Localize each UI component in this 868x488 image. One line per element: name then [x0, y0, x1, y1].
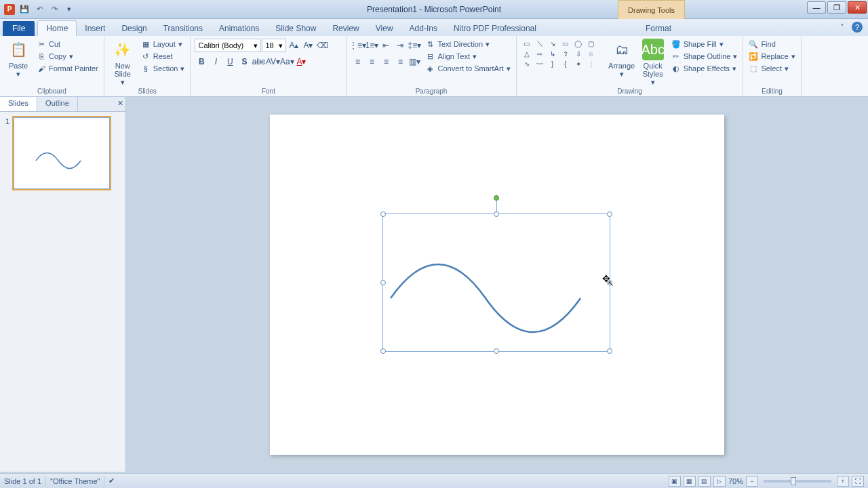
resize-handle-tm[interactable]	[494, 211, 499, 217]
redo-button[interactable]: ↷	[47, 3, 61, 16]
shape-star4[interactable]: ✦	[572, 59, 585, 68]
text-direction-button[interactable]: ⇅Text Direction ▾	[424, 39, 511, 49]
shape-effects-button[interactable]: ◐Shape Effects ▾	[670, 63, 739, 74]
zoom-in-button[interactable]: +	[837, 476, 849, 487]
tab-design[interactable]: Design	[113, 21, 155, 36]
resize-handle-ml[interactable]	[380, 280, 386, 285]
replace-button[interactable]: 🔁Replace ▾	[747, 51, 796, 62]
format-painter-button[interactable]: 🖌Format Painter	[35, 63, 100, 74]
shape-oval[interactable]: ◯	[572, 39, 585, 48]
view-sorter-button[interactable]: ▦	[684, 476, 696, 487]
fit-window-button[interactable]: ⛶	[852, 476, 864, 487]
cut-button[interactable]: ✂Cut	[35, 39, 100, 49]
minimize-ribbon-button[interactable]: ˅	[837, 22, 848, 33]
section-button[interactable]: §Section ▾	[140, 63, 186, 74]
numbering-button[interactable]: 1≡▾	[365, 39, 378, 52]
bold-button[interactable]: B	[195, 55, 208, 68]
decrease-indent-button[interactable]: ⇤	[379, 39, 393, 52]
zoom-percent[interactable]: 70%	[728, 477, 743, 485]
tab-nitro[interactable]: Nitro PDF Professional	[446, 21, 545, 36]
line-spacing-button[interactable]: ‡≡▾	[408, 39, 421, 52]
shape-triangle[interactable]: △	[521, 49, 533, 58]
shape-outline-button[interactable]: ✏Shape Outline ▾	[670, 51, 739, 62]
resize-handle-bl[interactable]	[380, 348, 386, 354]
resize-handle-mr[interactable]	[607, 280, 612, 285]
shapes-gallery[interactable]: ▭ ＼ ↘ ▭ ◯ ▢ △ ⇨ ↳ ⇧ ⇩ ☆ ∿ 〰 } { ✦ ⋮	[521, 39, 605, 68]
slide-thumbnail-1[interactable]: 1	[5, 117, 120, 189]
resize-handle-tr[interactable]	[607, 211, 612, 217]
italic-button[interactable]: I	[209, 55, 222, 68]
align-left-button[interactable]: ≡	[351, 55, 364, 68]
close-button[interactable]: ✕	[848, 1, 867, 14]
shrink-font-button[interactable]: A▾	[301, 39, 315, 52]
find-button[interactable]: 🔍Find	[747, 39, 796, 49]
status-spellcheck-icon[interactable]: ✔	[108, 476, 115, 485]
font-color-button[interactable]: A▾	[294, 55, 308, 68]
minimize-button[interactable]: —	[807, 1, 826, 14]
bullets-button[interactable]: ⋮≡▾	[351, 39, 364, 52]
panel-tab-slides[interactable]: Slides	[0, 97, 37, 111]
tab-insert[interactable]: Insert	[77, 21, 113, 36]
increase-indent-button[interactable]: ⇥	[393, 39, 407, 52]
panel-tab-outline[interactable]: Outline	[37, 97, 78, 111]
quick-styles-button[interactable]: Abc Quick Styles▾	[639, 39, 667, 86]
align-right-button[interactable]: ≡	[379, 55, 393, 68]
columns-button[interactable]: ▥▾	[408, 55, 421, 68]
shape-fill-button[interactable]: 🪣Shape Fill ▾	[670, 39, 739, 49]
undo-button[interactable]: ↶	[33, 3, 46, 16]
view-slideshow-button[interactable]: ▷	[713, 476, 726, 487]
align-text-button[interactable]: ⊟Align Text ▾	[424, 51, 511, 62]
selected-shape[interactable]	[382, 214, 610, 352]
clear-formatting-button[interactable]: ⌫	[315, 39, 329, 52]
restore-button[interactable]: ❐	[827, 1, 846, 14]
save-button[interactable]: 💾	[18, 3, 31, 16]
zoom-out-button[interactable]: −	[746, 476, 758, 487]
tab-addins[interactable]: Add-Ins	[401, 21, 446, 36]
tab-format[interactable]: Format	[637, 21, 679, 36]
grow-font-button[interactable]: A▴	[287, 39, 300, 52]
shape-textbox[interactable]: ▭	[521, 39, 533, 48]
shape-connector[interactable]: ↳	[547, 49, 559, 58]
view-normal-button[interactable]: ▣	[669, 476, 681, 487]
arrange-button[interactable]: 🗂 Arrange▾	[608, 39, 636, 78]
qat-customize[interactable]: ▾	[62, 3, 76, 16]
shape-rectangle[interactable]: ▭	[559, 39, 572, 48]
shadow-button[interactable]: S	[237, 55, 251, 68]
char-spacing-button[interactable]: AV▾	[266, 55, 279, 68]
underline-button[interactable]: U	[223, 55, 237, 68]
resize-handle-br[interactable]	[607, 348, 612, 354]
tab-home[interactable]: Home	[37, 20, 77, 36]
font-name-combo[interactable]: Calibri (Body)▾	[195, 39, 261, 52]
slide[interactable]: ✥↖	[270, 115, 724, 455]
shape-right-arrow[interactable]: ⇨	[534, 49, 546, 58]
shape-line[interactable]: ＼	[534, 39, 546, 48]
paste-button[interactable]: 📋 Paste▾	[4, 39, 33, 78]
tab-animations[interactable]: Animations	[211, 21, 267, 36]
strikethrough-button[interactable]: abc	[252, 55, 265, 68]
font-size-combo[interactable]: 18▾	[262, 39, 286, 52]
zoom-slider[interactable]	[764, 480, 831, 483]
shapes-more[interactable]: ⋮	[585, 59, 597, 68]
change-case-button[interactable]: Aa▾	[280, 55, 294, 68]
rotation-handle[interactable]	[494, 195, 499, 201]
reset-button[interactable]: ↺Reset	[140, 51, 186, 62]
slide-canvas[interactable]: ✥↖	[126, 97, 868, 472]
shape-freeform[interactable]: 〰	[534, 59, 546, 68]
layout-button[interactable]: ▦Layout ▾	[140, 39, 186, 49]
shape-down-arrow[interactable]: ⇩	[572, 49, 585, 58]
tab-slideshow[interactable]: Slide Show	[267, 21, 324, 36]
shape-rounded-rect[interactable]: ▢	[585, 39, 597, 48]
new-slide-button[interactable]: ✨ New Slide▾	[108, 39, 137, 86]
copy-button[interactable]: ⎘Copy ▾	[35, 51, 100, 62]
tab-view[interactable]: View	[368, 21, 401, 36]
panel-close-button[interactable]: ✕	[109, 97, 125, 111]
tab-review[interactable]: Review	[324, 21, 367, 36]
zoom-thumb[interactable]	[791, 477, 796, 485]
shape-brace2[interactable]: {	[559, 59, 572, 68]
shape-curve[interactable]: ∿	[521, 59, 533, 68]
help-button[interactable]: ?	[852, 22, 863, 33]
tab-transitions[interactable]: Transitions	[155, 21, 211, 36]
shape-brace[interactable]: }	[547, 59, 559, 68]
select-button[interactable]: ⬚Select ▾	[747, 63, 796, 74]
shape-star[interactable]: ☆	[585, 49, 597, 58]
